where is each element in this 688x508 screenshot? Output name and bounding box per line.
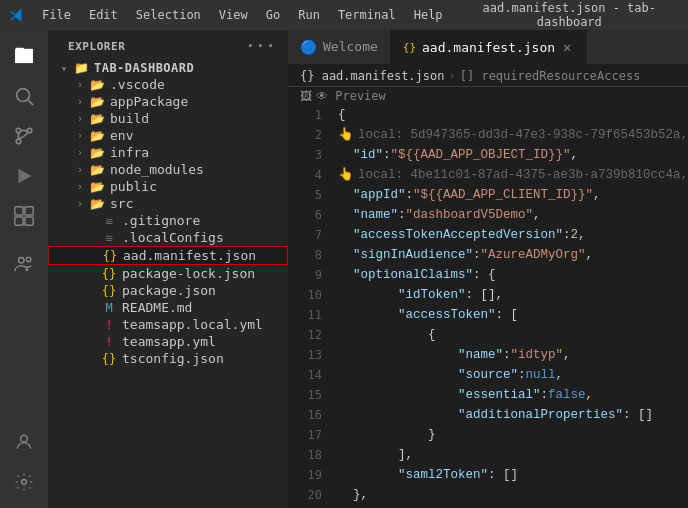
sidebar-more-button[interactable]: ··· — [245, 38, 276, 54]
editor-content[interactable]: 1 2 3 4 5 6 7 8 9 10 11 12 13 14 15 16 1… — [288, 105, 688, 508]
sidebar-item-teamsapp[interactable]: ! teamsapp.yml — [48, 333, 288, 350]
env-label: env — [110, 128, 133, 143]
debug-activity-icon[interactable] — [6, 158, 42, 194]
menu-bar: File Edit Selection View Go Run Terminal… — [34, 6, 451, 24]
breadcrumb-path: [] requiredResourceAccess — [460, 69, 641, 83]
build-folder-icon: 📂 — [88, 112, 106, 126]
code-line-3: "appId": "${{AAD_APP_CLIENT_ID}}", — [338, 185, 688, 205]
menu-go[interactable]: Go — [258, 6, 288, 24]
linenum-13: 13 — [288, 345, 322, 365]
svg-point-13 — [21, 435, 28, 442]
tabs-bar: 🔵 Welcome {} aad.manifest.json ✕ — [288, 30, 688, 65]
preview-banner: 🖼 👁 Preview — [288, 87, 688, 105]
menu-selection[interactable]: Selection — [128, 6, 209, 24]
tab-welcome[interactable]: 🔵 Welcome — [288, 30, 391, 64]
menu-help[interactable]: Help — [406, 6, 451, 24]
code-line-3hint: 👆 local: 4be11c01-87ad-4375-ae3b-a739b81… — [338, 165, 688, 185]
apppackage-label: appPackage — [110, 94, 188, 109]
sidebar-item-vscode[interactable]: › 📂 .vscode — [48, 76, 288, 93]
title-bar: File Edit Selection View Go Run Terminal… — [0, 0, 688, 30]
linenum-18: 18 — [288, 445, 322, 465]
sidebar-item-package[interactable]: {} package.json — [48, 282, 288, 299]
infra-chevron-icon: › — [72, 147, 88, 158]
code-line-13: "essential": false, — [338, 385, 688, 405]
menu-run[interactable]: Run — [290, 6, 328, 24]
sidebar-item-nodemodules[interactable]: › 📂 node_modules — [48, 161, 288, 178]
linenum-6: 6 — [288, 205, 322, 225]
search-activity-icon[interactable] — [6, 78, 42, 114]
root-chevron-icon: ▾ — [56, 63, 72, 74]
preview-emoji: 🖼 — [300, 89, 312, 103]
menu-file[interactable]: File — [34, 6, 79, 24]
svg-rect-7 — [15, 207, 23, 215]
linenum-10: 10 — [288, 285, 322, 305]
sidebar-item-env[interactable]: › 📂 env — [48, 127, 288, 144]
menu-terminal[interactable]: Terminal — [330, 6, 404, 24]
main-layout: EXPLORER ··· ▾ 📁 TAB-DASHBOARD › 📂 .vsco… — [0, 30, 688, 508]
localconfigs-file-icon: ≡ — [100, 231, 118, 245]
tab-aad-close-button[interactable]: ✕ — [561, 39, 573, 55]
sidebar-item-gitignore[interactable]: ≡ .gitignore — [48, 212, 288, 229]
tab-aad[interactable]: {} aad.manifest.json ✕ — [391, 30, 587, 64]
linenum-8: 8 — [288, 245, 322, 265]
sidebar-item-build[interactable]: › 📂 build — [48, 110, 288, 127]
sidebar: EXPLORER ··· ▾ 📁 TAB-DASHBOARD › 📂 .vsco… — [48, 30, 288, 508]
build-label: build — [110, 111, 149, 126]
editor-panel: 🔵 Welcome {} aad.manifest.json ✕ {} aad.… — [288, 30, 688, 508]
linenum-14: 14 — [288, 365, 322, 385]
public-chevron-icon: › — [72, 181, 88, 192]
code-area[interactable]: { 👆 local: 5d947365-dd3d-47e3-938c-79f65… — [330, 105, 688, 508]
code-line-2: 👆 local: 5d947365-dd3d-47e3-938c-79f6545… — [338, 125, 688, 145]
teams-activity-icon[interactable] — [6, 246, 42, 282]
code-line-2b: "id": "${{AAD_APP_OBJECT_ID}}", — [338, 145, 688, 165]
linenum-16: 16 — [288, 405, 322, 425]
aad-file-icon: {} — [101, 249, 119, 263]
sidebar-item-apppackage[interactable]: › 📂 appPackage — [48, 93, 288, 110]
menu-view[interactable]: View — [211, 6, 256, 24]
env-chevron-icon: › — [72, 130, 88, 141]
code-line-5: "accessTokenAcceptedVersion": 2, — [338, 225, 688, 245]
sidebar-item-public[interactable]: › 📂 public — [48, 178, 288, 195]
gitignore-label: .gitignore — [122, 213, 200, 228]
menu-edit[interactable]: Edit — [81, 6, 126, 24]
sidebar-item-localconfigs[interactable]: ≡ .localConfigs — [48, 229, 288, 246]
teamslocal-file-icon: ! — [100, 318, 118, 332]
root-folder[interactable]: ▾ 📁 TAB-DASHBOARD — [48, 60, 288, 76]
code-line-17: "saml2Token": [] — [338, 465, 688, 485]
account-activity-icon[interactable] — [6, 424, 42, 460]
tab-welcome-label: Welcome — [323, 39, 378, 54]
extensions-activity-icon[interactable] — [6, 198, 42, 234]
package-file-icon: {} — [100, 284, 118, 298]
source-control-activity-icon[interactable] — [6, 118, 42, 154]
code-line-12: "source": null, — [338, 365, 688, 385]
line-numbers: 1 2 3 4 5 6 7 8 9 10 11 12 13 14 15 16 1… — [288, 105, 330, 508]
sidebar-item-infra[interactable]: › 📂 infra — [48, 144, 288, 161]
linenum-20: 20 — [288, 485, 322, 505]
infra-folder-icon: 📂 — [88, 146, 106, 160]
sidebar-item-tsconfig[interactable]: {} tsconfig.json — [48, 350, 288, 367]
linenum-2: 2 — [288, 125, 322, 145]
settings-activity-icon[interactable] — [6, 464, 42, 500]
sidebar-item-src[interactable]: › 📂 src — [48, 195, 288, 212]
linenum-17: 17 — [288, 425, 322, 445]
sidebar-item-aad[interactable]: {} aad.manifest.json — [48, 246, 288, 265]
svg-point-11 — [19, 258, 25, 264]
readme-label: README.md — [122, 300, 192, 315]
code-line-9: "accessToken": [ — [338, 305, 688, 325]
code-line-8: "idToken": [], — [338, 285, 688, 305]
sidebar-item-teamslocal[interactable]: ! teamsapp.local.yml — [48, 316, 288, 333]
sidebar-item-readme[interactable]: M README.md — [48, 299, 288, 316]
sidebar-header: EXPLORER ··· — [48, 30, 288, 58]
window-title: aad.manifest.json - tab-dashboard — [459, 1, 680, 29]
preview-label: 👁 Preview — [316, 89, 386, 103]
vscode-label: .vscode — [110, 77, 165, 92]
sidebar-item-packagelock[interactable]: {} package-lock.json — [48, 265, 288, 282]
public-label: public — [110, 179, 157, 194]
infra-label: infra — [110, 145, 149, 160]
svg-point-12 — [26, 257, 31, 262]
public-folder-icon: 📂 — [88, 180, 106, 194]
activity-bar-bottom — [6, 424, 42, 500]
code-line-16: ], — [338, 445, 688, 465]
explorer-activity-icon[interactable] — [6, 38, 42, 74]
src-label: src — [110, 196, 133, 211]
